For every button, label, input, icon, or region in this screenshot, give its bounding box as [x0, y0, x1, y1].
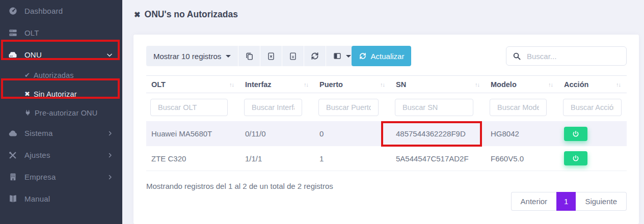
- server-icon: [6, 28, 19, 38]
- column-header-sn[interactable]: SN ↑↓: [391, 76, 486, 93]
- sidebar-item-dashboard[interactable]: Dashboard: [0, 0, 122, 22]
- sidebar-item-pre-autorizar[interactable]: Pre-autorizar ONU: [0, 103, 122, 122]
- sort-icon[interactable]: ↑↓: [380, 81, 385, 88]
- modem-icon: [6, 50, 19, 60]
- sidebar: Dashboard OLT ONU ✔ Autorizadas ✖ Sin Au…: [0, 0, 122, 224]
- copy-icon: [245, 52, 254, 61]
- book-icon: [6, 194, 19, 204]
- columns-icon: [333, 52, 342, 60]
- actualizar-button[interactable]: Actualizar: [352, 46, 411, 66]
- building-icon: [6, 173, 19, 181]
- cell-interfaz: 1/1/1: [240, 146, 314, 171]
- plug-icon: [24, 109, 31, 116]
- cell-sn: 4857544362228F9D: [391, 121, 486, 146]
- sort-icon[interactable]: ↑↓: [229, 81, 234, 88]
- x-icon: ✖: [24, 90, 30, 98]
- sidebar-item-manual[interactable]: Manual: [0, 188, 122, 210]
- column-label: Puerto: [319, 80, 343, 89]
- sidebar-item-label: OLT: [24, 29, 113, 37]
- cell-olt: Huawei MA5680T: [146, 121, 240, 146]
- column-header-olt[interactable]: OLT ↑↓: [146, 76, 240, 93]
- authorize-onu-button[interactable]: [564, 127, 587, 141]
- sidebar-item-autorizadas[interactable]: ✔ Autorizadas: [0, 66, 122, 85]
- sort-icon[interactable]: ↑↓: [548, 81, 553, 88]
- cell-olt: ZTE C320: [146, 146, 240, 171]
- cell-interfaz: 0/11/0: [240, 121, 314, 146]
- export-file-button[interactable]: [282, 46, 304, 66]
- column-label: SN: [396, 80, 406, 89]
- length-menu-button[interactable]: Mostrar 10 registros: [146, 46, 238, 66]
- sidebar-item-label: Sistema: [24, 129, 107, 137]
- check-icon: ✔: [24, 71, 30, 79]
- onu-table: OLT ↑↓ Interfaz ↑↓ Puerto ↑↓ SN ↑↓ Model…: [146, 75, 627, 171]
- cloud-icon: [6, 128, 19, 138]
- column-header-puerto[interactable]: Puerto ↑↓: [314, 76, 391, 93]
- power-icon: [572, 155, 579, 162]
- column-label: Acción: [564, 80, 588, 89]
- filter-interfaz-input[interactable]: [244, 99, 302, 116]
- copy-button[interactable]: [238, 46, 260, 66]
- sidebar-item-onu[interactable]: ONU: [0, 44, 122, 66]
- sidebar-item-ajustes[interactable]: Ajustes: [0, 144, 122, 166]
- filter-accion-input[interactable]: [563, 99, 622, 116]
- search-icon: [513, 52, 521, 61]
- search-input[interactable]: [527, 52, 628, 61]
- column-label: Modelo: [491, 80, 517, 89]
- next-page-button[interactable]: Siguiente: [576, 192, 627, 211]
- table-header-row: OLT ↑↓ Interfaz ↑↓ Puerto ↑↓ SN ↑↓ Model…: [146, 75, 627, 93]
- sidebar-item-label: Sin Autorizar: [34, 90, 113, 98]
- pagination: Anterior 1 Siguiente: [511, 192, 627, 211]
- actualizar-label: Actualizar: [371, 52, 405, 61]
- refresh-icon: [310, 51, 319, 61]
- chevron-right-icon: [107, 152, 113, 158]
- sidebar-item-empresa[interactable]: Empresa: [0, 166, 122, 188]
- sidebar-item-label: Ajustes: [24, 151, 107, 159]
- column-header-modelo[interactable]: Modelo ↑↓: [486, 76, 559, 93]
- global-search: [506, 46, 627, 66]
- column-label: Interfaz: [245, 80, 272, 89]
- reload-button[interactable]: [304, 46, 326, 66]
- content-card: Mostrar 10 registros: [133, 35, 639, 224]
- sidebar-item-label: Empresa: [24, 173, 107, 181]
- sidebar-item-sistema[interactable]: Sistema: [0, 122, 122, 144]
- table-toolbar: Mostrar 10 registros: [146, 46, 358, 66]
- page-title-text: ONU's no Autorizadas: [145, 9, 238, 20]
- filter-sn-input[interactable]: [395, 99, 473, 116]
- sidebar-item-label: ONU: [24, 50, 106, 59]
- column-header-accion[interactable]: Acción ↑↓: [559, 76, 627, 93]
- gauge-icon: [6, 6, 19, 16]
- filter-puerto-input[interactable]: [318, 99, 379, 116]
- chevron-right-icon: [107, 174, 113, 180]
- column-header-interfaz[interactable]: Interfaz ↑↓: [240, 76, 314, 93]
- filter-modelo-input[interactable]: [490, 99, 547, 116]
- previous-page-button[interactable]: Anterior: [511, 192, 557, 211]
- chevron-down-icon: [106, 51, 113, 59]
- refresh-icon: [359, 52, 367, 60]
- length-menu-label: Mostrar 10 registros: [153, 52, 221, 61]
- sort-icon[interactable]: ↑↓: [616, 81, 621, 88]
- x-icon: ✖: [134, 10, 141, 19]
- column-label: OLT: [151, 80, 166, 89]
- export-excel-button[interactable]: [260, 46, 282, 66]
- sidebar-nav: Dashboard OLT ONU ✔ Autorizadas ✖ Sin Au…: [0, 0, 122, 210]
- sidebar-item-label: Autorizadas: [34, 71, 113, 79]
- sort-icon[interactable]: ↑↓: [304, 81, 308, 88]
- cell-modelo: F660V5.0: [486, 146, 559, 171]
- current-page-button[interactable]: 1: [556, 192, 576, 211]
- sidebar-item-label: Dashboard: [24, 7, 113, 15]
- page-title: ✖ ONU's no Autorizadas: [134, 9, 238, 20]
- cell-modelo: HG8042: [486, 121, 559, 146]
- cell-puerto: 0: [314, 121, 391, 146]
- sidebar-item-sin-autorizar[interactable]: ✖ Sin Autorizar: [0, 85, 122, 103]
- sidebar-item-olt[interactable]: OLT: [0, 22, 122, 44]
- table-info: Mostrando registros del 1 al 2 de un tot…: [146, 182, 333, 190]
- authorize-onu-button[interactable]: [564, 151, 587, 165]
- caret-down-icon: [346, 55, 351, 58]
- table-filter-row: [146, 93, 627, 121]
- excel-file-icon: [267, 52, 275, 61]
- sort-icon[interactable]: ↑↓: [475, 81, 479, 88]
- file-icon: [289, 52, 297, 61]
- cell-sn: 5A544547C517AD2F: [391, 146, 486, 171]
- filter-olt-input[interactable]: [150, 99, 228, 116]
- table-row: ZTE C320 1/1/1 1 5A544547C517AD2F F660V5…: [146, 146, 627, 171]
